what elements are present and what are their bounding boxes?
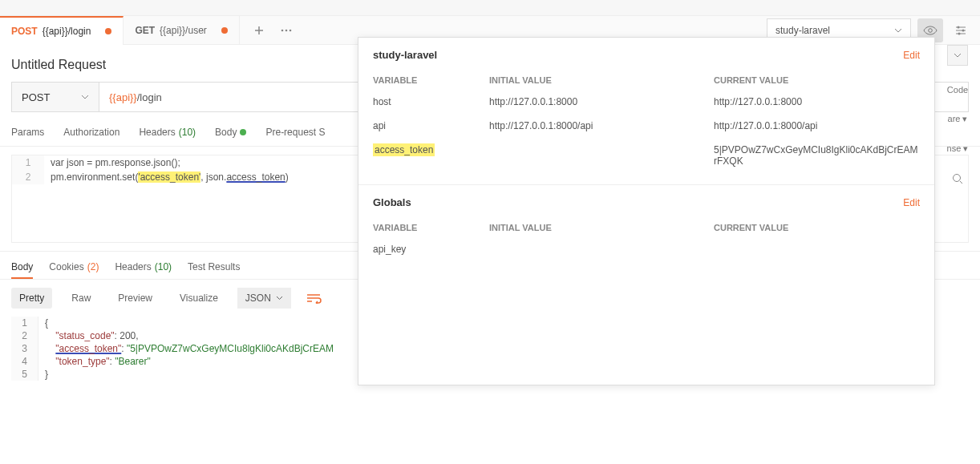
url-variable-segment: {{api}} — [109, 91, 137, 103]
highlighted-variable-name: access_token — [373, 143, 435, 156]
globals-var-current — [714, 244, 920, 255]
unsaved-dot-icon — [105, 28, 111, 34]
view-preview-button[interactable]: Preview — [110, 288, 160, 309]
tab-count: (10) — [179, 127, 196, 138]
svg-point-4 — [958, 26, 960, 29]
svg-point-6 — [958, 33, 961, 35]
svg-point-2 — [290, 29, 292, 31]
env-var-current: 5|PVPOwZ7wCxGeyMCIu8IgKli0cAKdBjCrEAMrFX… — [714, 144, 920, 167]
tab-params[interactable]: Params — [11, 127, 44, 138]
settings-button[interactable] — [950, 18, 972, 42]
tab-actions — [240, 19, 298, 42]
col-header-variable: VARIABLE — [373, 223, 489, 232]
line-number: 2 — [12, 170, 44, 184]
globals-var-name: api_key — [373, 244, 489, 255]
chevron-down-icon — [276, 296, 283, 301]
code-snippet-button[interactable]: Code — [947, 85, 968, 95]
tab-path-label: {{api}}/user — [160, 25, 207, 36]
tab-body[interactable]: Body — [215, 127, 246, 138]
col-header-initial: INITIAL VALUE — [489, 75, 714, 85]
chevron-down-icon — [81, 95, 89, 99]
env-var-name: access_token — [373, 144, 489, 167]
tab-user[interactable]: GET {{api}}/user — [124, 16, 239, 45]
globals-title: Globals — [373, 196, 411, 208]
col-header-current: CURRENT VALUE — [714, 75, 920, 85]
env-var-row: access_token 5|PVPOwZ7wCxGeyMCIu8IgKli0c… — [373, 138, 920, 173]
col-header-initial: INITIAL VALUE — [489, 223, 714, 232]
environment-section: study-laravel Edit VARIABLE INITIAL VALU… — [358, 38, 934, 184]
view-pretty-button[interactable]: Pretty — [11, 288, 52, 309]
eye-icon — [923, 26, 937, 35]
http-method-dropdown[interactable]: POST — [11, 82, 99, 112]
response-format-dropdown[interactable]: JSON — [237, 288, 291, 309]
resp-tab-cookies[interactable]: Cookies (2) — [49, 261, 99, 272]
tab-label: Headers — [115, 261, 151, 272]
line-number: 1 — [12, 155, 44, 170]
save-response-button[interactable]: nse ▾ — [947, 143, 969, 154]
globals-edit-link[interactable]: Edit — [903, 197, 920, 208]
search-response-button[interactable] — [952, 173, 963, 184]
env-var-current: http://127.0.0.1:8000 — [714, 96, 920, 107]
env-var-name: host — [373, 96, 489, 107]
env-var-initial: http://127.0.0.1:8000 — [489, 96, 714, 107]
env-var-name: api — [373, 120, 489, 131]
tab-label: Cookies — [49, 261, 83, 272]
code-text: var json = pm.response.json(); — [44, 155, 187, 170]
globals-var-initial — [489, 244, 714, 255]
svg-point-5 — [962, 30, 965, 32]
resp-tab-headers[interactable]: Headers (10) — [115, 261, 172, 272]
underlined-json-key: "access_token" — [55, 343, 121, 354]
code-text: pm.environment.set('access_token', json.… — [44, 170, 295, 184]
env-var-initial — [489, 144, 714, 167]
format-label: JSON — [245, 293, 271, 304]
env-var-initial: http://127.0.0.1:8000/api — [489, 120, 714, 131]
underlined-token: access_token — [226, 171, 285, 183]
view-raw-button[interactable]: Raw — [63, 288, 99, 309]
view-visualize-button[interactable]: Visualize — [172, 288, 226, 309]
tab-count: (2) — [87, 261, 99, 272]
tab-label: Body — [215, 127, 237, 138]
new-tab-button[interactable] — [248, 19, 270, 42]
share-button[interactable]: are ▾ — [948, 114, 968, 124]
globals-section: Globals Edit VARIABLE INITIAL VALUE CURR… — [358, 184, 934, 385]
chevron-down-icon — [954, 53, 962, 58]
history-dropdown-button[interactable] — [947, 45, 968, 66]
search-icon — [952, 173, 963, 184]
tab-count: (10) — [155, 261, 172, 272]
environment-edit-link[interactable]: Edit — [903, 50, 920, 61]
col-header-variable: VARIABLE — [373, 75, 489, 85]
tab-login[interactable]: POST {{api}}/login — [0, 16, 124, 45]
body-indicator-icon — [240, 129, 246, 135]
environment-selected-label: study-laravel — [775, 25, 830, 36]
env-var-current: http://127.0.0.1:8000/api — [714, 120, 920, 131]
tab-method-label: GET — [135, 25, 155, 36]
svg-point-7 — [954, 175, 961, 182]
unsaved-dot-icon — [221, 27, 228, 34]
sliders-icon — [954, 24, 967, 37]
right-sidebar: Code are ▾ nse ▾ — [943, 45, 972, 184]
resp-tab-body[interactable]: Body — [11, 261, 33, 279]
tab-path-label: {{api}}/login — [43, 26, 91, 37]
globals-var-row: api_key — [373, 237, 920, 261]
wrap-icon — [306, 293, 322, 304]
environment-quicklook-panel: study-laravel Edit VARIABLE INITIAL VALU… — [358, 37, 935, 385]
http-method-label: POST — [22, 91, 50, 103]
tab-label: Headers — [139, 127, 175, 138]
env-var-row: api http://127.0.0.1:8000/api http://127… — [373, 114, 920, 138]
environment-panel-title: study-laravel — [373, 49, 437, 61]
svg-point-1 — [285, 29, 288, 31]
tab-authorization[interactable]: Authorization — [63, 127, 119, 138]
tab-method-label: POST — [11, 26, 38, 37]
tab-menu-button[interactable] — [275, 19, 298, 42]
window-titlebar — [0, 0, 980, 16]
env-var-row: host http://127.0.0.1:8000 http://127.0.… — [373, 90, 920, 114]
col-header-current: CURRENT VALUE — [714, 223, 920, 232]
svg-point-3 — [929, 29, 933, 33]
highlighted-token: 'access_token' — [138, 171, 200, 183]
url-path-segment: /login — [137, 91, 162, 103]
tab-prerequest-script[interactable]: Pre-request S — [265, 127, 325, 138]
svg-point-0 — [281, 29, 284, 31]
wrap-lines-button[interactable] — [306, 293, 322, 304]
tab-headers[interactable]: Headers (10) — [139, 127, 196, 138]
resp-tab-tests[interactable]: Test Results — [188, 261, 240, 272]
